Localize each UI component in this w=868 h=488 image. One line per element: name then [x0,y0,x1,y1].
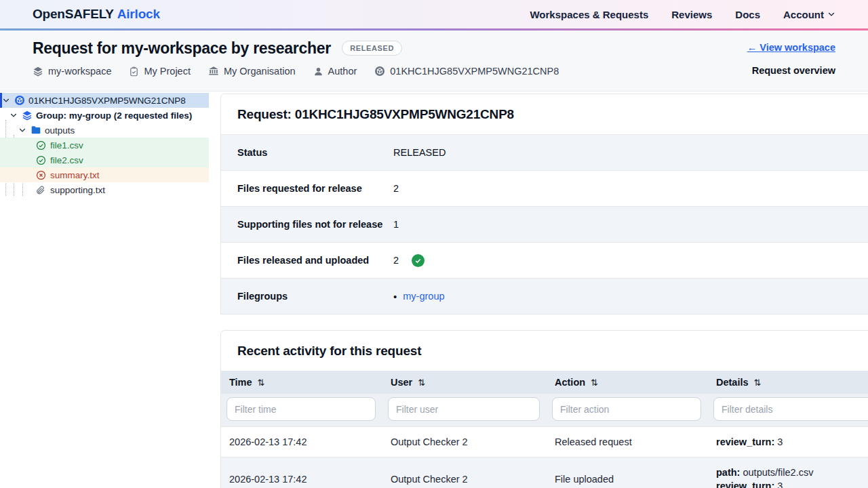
sort-icon[interactable]: ⇅ [754,378,762,388]
activity-filter-cell [221,394,382,427]
tree-item-supporting.txt[interactable]: supporting.txt [0,182,209,197]
folder-icon [31,125,41,136]
page-header: Request for my-workspace by researcher R… [0,30,868,92]
activity-cell-user: Output Checker 2 [382,427,547,458]
activity-cell-user: Output Checker 2 [382,458,547,488]
page-header-left: Request for my-workspace by researcher R… [33,39,559,81]
x-circle-icon [36,170,47,180]
nav-item-account[interactable]: Account [783,9,835,20]
meta-item-label: My Organisation [224,66,296,77]
meta-item-label: My Project [144,66,191,77]
tree-item-label: 01KHC1HJG85VXPMP5WNG21CNP8 [28,96,186,106]
request-cube-icon [374,66,385,77]
tree-item-label: file2.csv [50,155,83,165]
activity-cell-time: 2026-02-13 17:42 [221,458,382,488]
detail-key: review_turn: [716,436,774,447]
tree-expand-chevron-icon[interactable] [18,126,27,134]
nav-item-label: Account [783,9,824,20]
nav-item-label: Docs [735,9,760,20]
detail-line: review_turn: 3 [716,479,868,488]
nav-item-docs[interactable]: Docs [735,9,760,20]
app-logo[interactable]: OpenSAFELYAirlock [33,7,160,22]
activity-col-label: Time [229,377,252,388]
file-tree: 01KHC1HJG85VXPMP5WNG21CNP8Group: my-grou… [0,93,209,197]
tree-item-label: summary.txt [50,170,100,180]
user-icon [313,66,323,77]
tree-item-group-my-group-2-requested-files[interactable]: Group: my-group (2 requested files) [0,108,209,123]
summary-row-status: StatusRELEASED [221,134,868,170]
summary-row-files-requested-for-release: Files requested for release2 [221,170,868,206]
tree-item-label: file1.csv [50,140,83,150]
meta-item: My Organisation [208,66,296,77]
detail-value: 3 [777,481,783,488]
tree-item-file2.csv[interactable]: file2.csv [0,152,209,167]
summary-value-text: 2 [393,183,399,194]
sort-icon[interactable]: ⇅ [418,378,425,388]
nav-item-reviews[interactable]: Reviews [671,9,712,20]
logo-airlock: Airlock [117,7,160,21]
tree-expand-chevron-icon[interactable] [2,96,11,104]
activity-row: 2026-02-13 17:42Output Checker 2Released… [221,427,868,458]
meta-item: my-workspace [33,66,111,77]
nav-item-workspaces-requests[interactable]: Workspaces & Requests [530,9,648,20]
summary-row-files-released-and-uploaded: Files released and uploaded2 [221,242,868,278]
detail-key: review_turn: [716,481,774,488]
filegroup-bullet: • [393,291,397,302]
recent-activity-card: Recent activity for this request Time⇅Us… [220,330,868,488]
tree-item-file1.csv[interactable]: file1.csv [0,138,209,152]
summary-row-label: Filegroups [237,291,393,302]
filegroup-link[interactable]: my-group [403,291,444,302]
detail-line: review_turn: 3 [716,435,868,449]
chevron-down-icon [827,9,835,20]
activity-card-title: Recent activity for this request [221,331,868,371]
request-card-title: Request: 01KHC1HJG85VXPMP5WNG21CNP8 [221,94,868,134]
tree-item-01khc1hjg85vxpmp5wng21cnp8[interactable]: 01KHC1HJG85VXPMP5WNG21CNP8 [0,93,209,108]
check-circle-icon [36,140,47,150]
detail-key: path: [716,467,740,478]
meta-item: Author [313,66,357,77]
view-workspace-link[interactable]: ← View workspace [747,42,835,53]
request-summary-card: Request: 01KHC1HJG85VXPMP5WNG21CNP8 Stat… [220,94,868,314]
summary-value-text: 2 [393,255,399,266]
sort-icon[interactable]: ⇅ [591,378,598,388]
activity-col-label: User [391,377,412,388]
meta-item: 01KHC1HJG85VXPMP5WNG21CNP8 [374,66,559,77]
activity-table: Time⇅User⇅Action⇅Details⇅ 2026-02-13 17:… [221,371,868,488]
top-nav: OpenSAFELYAirlock Workspaces & RequestsR… [0,0,868,30]
meta-item-label: my-workspace [48,66,111,77]
nav-item-label: Workspaces & Requests [530,9,648,20]
tree-item-summary.txt[interactable]: summary.txt [0,167,209,182]
activity-col-header-user: User⇅ [382,371,547,394]
activity-cell-details: path: outputs/file2.csvreview_turn: 3 [708,458,868,488]
layers-icon [22,110,33,121]
detail-line: path: outputs/file2.csv [716,466,868,479]
summary-row-value: •my-group [393,291,445,302]
activity-row: 2026-02-13 17:42Output Checker 2File upl… [221,458,868,488]
activity-filter-cell [708,394,868,427]
paperclip-icon [36,185,47,195]
filter-time-input[interactable] [226,397,376,421]
activity-cell-action: Released request [547,427,708,458]
summary-value-text: 1 [393,219,399,230]
sort-icon[interactable]: ⇅ [258,378,265,388]
tree-expand-chevron-icon[interactable] [9,111,18,119]
page-header-right: ← View workspace Request overview [747,39,835,81]
filter-details-input[interactable] [713,397,868,421]
activity-filter-cell [382,394,547,427]
main-content: Request: 01KHC1HJG85VXPMP5WNG21CNP8 Stat… [220,94,868,488]
filter-action-input[interactable] [552,397,701,421]
detail-value: 3 [777,436,783,447]
activity-col-header-action: Action⇅ [547,371,708,394]
organisation-icon [208,66,219,77]
uploaded-check-icon [412,254,425,267]
tree-item-label: Group: my-group (2 requested files) [36,110,192,121]
activity-col-header-details: Details⇅ [708,371,868,394]
detail-value: outputs/file2.csv [743,467,813,478]
tree-item-outputs[interactable]: outputs [0,123,209,138]
summary-row-value: 2 [393,254,425,267]
meta-item: My Project [129,66,191,77]
summary-row-label: Supporting files not for release [237,219,393,230]
meta-item-label: Author [328,66,357,77]
filter-user-input[interactable] [388,397,540,421]
summary-row-value: RELEASED [393,147,446,158]
